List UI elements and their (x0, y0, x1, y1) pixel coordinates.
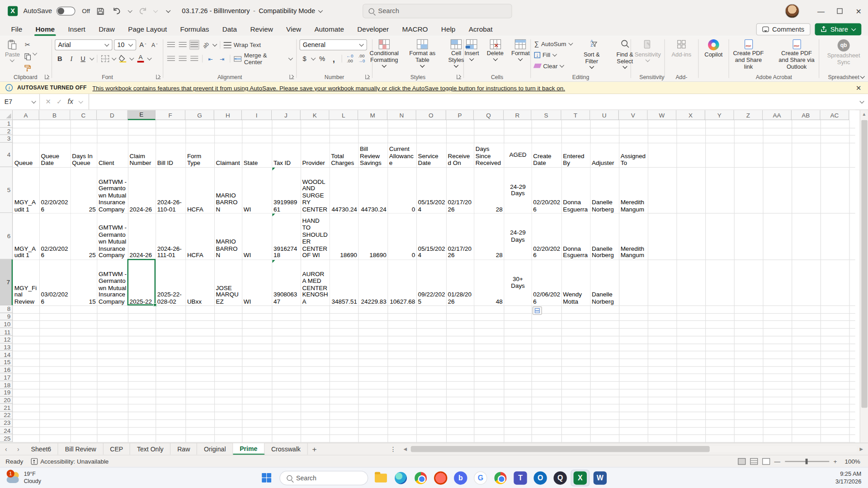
cell-F4[interactable]: Bill ID (156, 143, 185, 167)
cell-G4[interactable]: Form Type (186, 143, 214, 167)
column-header-L[interactable]: L (330, 110, 359, 120)
font-color-dropdown-icon[interactable] (147, 56, 152, 61)
conditional-formatting-button[interactable]: Conditional Formatting (364, 37, 404, 68)
cell-D5[interactable]: GMTWM - Germantown Mutual Insurance Comp… (98, 167, 128, 213)
undo-icon[interactable] (111, 5, 123, 17)
merge-center-button[interactable]: Merge & Center (233, 54, 293, 64)
minimize-button[interactable]: — (811, 0, 830, 22)
insert-function-icon[interactable]: fx (68, 98, 73, 107)
cell-I7[interactable]: WI (242, 260, 272, 305)
app-dark-icon[interactable]: Q (551, 469, 570, 486)
currency-dropdown-icon[interactable] (311, 56, 316, 61)
menu-tab-home[interactable]: Home (30, 23, 60, 34)
sheet-tab-cep[interactable]: CEP (104, 443, 131, 455)
formula-bar-expand-icon[interactable] (856, 94, 868, 109)
underline-dropdown-icon[interactable] (90, 56, 94, 61)
chrome-icon[interactable] (411, 469, 430, 486)
column-header-W[interactable]: W (648, 110, 677, 120)
horizontal-scrollbar[interactable]: ◀ ▶ (402, 445, 865, 453)
column-header-F[interactable]: F (156, 110, 185, 120)
cell-N6[interactable]: 0 (388, 214, 416, 259)
cancel-entry-icon[interactable]: ✕ (45, 98, 51, 106)
insert-cells-button[interactable]: Insert (462, 37, 481, 62)
message-link[interactable]: This workbook contains features that pre… (92, 84, 565, 91)
autosave-toggle[interactable] (57, 7, 75, 16)
zoom-slider-thumb[interactable] (805, 458, 807, 464)
column-header-Q[interactable]: Q (474, 110, 504, 120)
cell-M5[interactable]: 44730.24 (359, 167, 387, 213)
teams-icon[interactable]: T (511, 469, 530, 486)
cell-B5[interactable]: 02/20/2026 (40, 167, 70, 213)
row-header-15[interactable]: 15 (0, 359, 13, 366)
column-header-H[interactable]: H (214, 110, 242, 120)
sheet-tab-crosswalk[interactable]: Crosswalk (264, 443, 308, 455)
cell-J5[interactable]: 391998961 (272, 167, 300, 213)
row-header-9[interactable]: 9 (0, 313, 13, 321)
cell-B7[interactable]: 03/02/2026 (40, 260, 70, 305)
copilot-button[interactable]: Copilot (702, 37, 725, 58)
cell-R7[interactable]: 30+ Days (505, 260, 532, 305)
comments-button[interactable]: Comments (756, 23, 811, 35)
cell-H4[interactable]: Claimant (215, 143, 242, 167)
undo-dropdown-icon[interactable] (127, 9, 132, 14)
row-header-2[interactable]: 2 (0, 127, 13, 135)
app-blue-icon[interactable]: b (451, 469, 470, 486)
menu-tab-help[interactable]: Help (436, 23, 461, 34)
maximize-button[interactable] (830, 0, 849, 22)
cell-J4[interactable]: Tax ID (272, 143, 300, 167)
row-header-22[interactable]: 22 (0, 412, 13, 419)
redo-icon[interactable] (137, 5, 149, 17)
zoom-slider[interactable] (785, 460, 829, 461)
name-box[interactable]: E7 (0, 94, 40, 109)
share-button[interactable]: Share (815, 23, 861, 35)
font-color-icon[interactable]: A (136, 54, 146, 64)
column-header-AA[interactable]: AA (763, 110, 792, 120)
column-header-J[interactable]: J (272, 110, 301, 120)
sheet-tab-raw[interactable]: Raw (171, 443, 198, 455)
new-sheet-button[interactable]: + (308, 443, 321, 455)
row-header-18[interactable]: 18 (0, 381, 13, 389)
document-title[interactable]: 03.17.26 - BillInventory - Compatibility… (182, 7, 323, 15)
underline-button[interactable]: U (78, 54, 88, 64)
row-header-3[interactable]: 3 (0, 135, 13, 143)
column-header-G[interactable]: G (185, 110, 214, 120)
cell-L6[interactable]: 18690 (330, 214, 358, 259)
file-explorer-icon[interactable] (372, 469, 391, 486)
cell-V5[interactable]: Meredith Mangum (619, 167, 647, 213)
photos-icon[interactable] (431, 469, 450, 486)
menu-tab-acrobat[interactable]: Acrobat (463, 23, 498, 34)
sheet-nav-right-icon[interactable]: › (12, 443, 24, 455)
menu-tab-data[interactable]: Data (217, 23, 243, 34)
cell-L7[interactable]: 34857.51 (330, 260, 358, 305)
column-header-X[interactable]: X (676, 110, 705, 120)
italic-button[interactable]: I (66, 54, 76, 64)
cell-A7[interactable]: MGY_Final Review (13, 260, 39, 305)
outlook-icon[interactable]: O (531, 469, 550, 486)
cell-R5[interactable]: 24-29 Days (505, 167, 532, 213)
cell-U5[interactable]: Danelle Norberg (591, 167, 619, 213)
align-bottom-icon[interactable] (189, 40, 199, 50)
cell-F6[interactable]: 2024-26-111-01 (156, 214, 185, 259)
column-header-V[interactable]: V (619, 110, 648, 120)
collapse-ribbon-icon[interactable] (860, 75, 865, 79)
cell-K5[interactable]: WOODLAND SURGERY CENTER (301, 167, 329, 213)
column-header-E[interactable]: E (128, 110, 156, 120)
sheet-tab-text-only[interactable]: Text Only (130, 443, 170, 455)
cell-P5[interactable]: 02/17/2026 (447, 167, 474, 213)
addins-button[interactable]: Add-ins (669, 37, 694, 58)
number-format-select[interactable]: General (299, 39, 367, 50)
search-bar[interactable]: Search (363, 4, 512, 19)
cell-F7[interactable]: 2025-22-028-02 (156, 260, 185, 305)
cell-C7[interactable]: 15 (71, 260, 97, 305)
align-left-icon[interactable] (166, 54, 176, 64)
copy-icon[interactable] (23, 52, 33, 61)
column-header-R[interactable]: R (504, 110, 531, 120)
message-close-icon[interactable]: ✕ (849, 84, 868, 92)
cell-P4[interactable]: Received On (447, 143, 474, 167)
font-size-select[interactable]: 10 (114, 39, 136, 50)
increase-indent-icon[interactable]: ⇥ (217, 54, 227, 64)
zoom-percentage[interactable]: 100% (841, 458, 860, 465)
sheet-nav-left-icon[interactable]: ‹ (0, 443, 12, 455)
menu-tab-view[interactable]: View (281, 23, 307, 34)
column-header-N[interactable]: N (387, 110, 416, 120)
